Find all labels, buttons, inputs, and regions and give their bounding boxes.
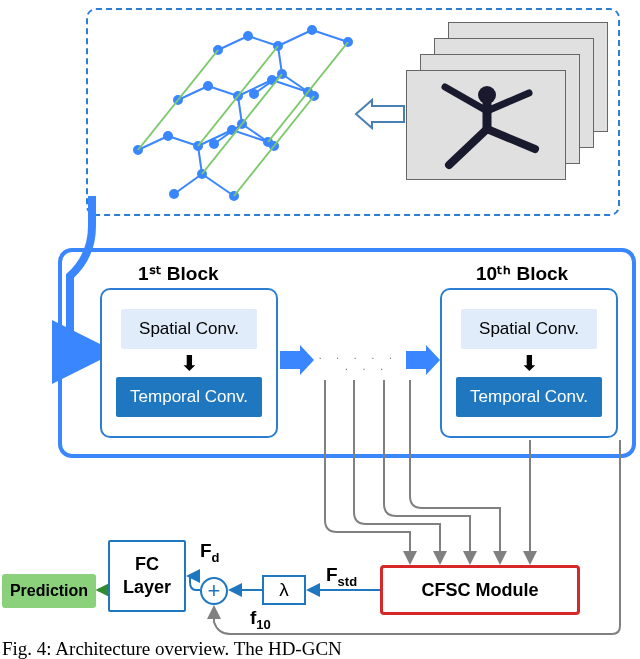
block10-spatial: Spatial Conv. xyxy=(461,309,597,349)
cfsc-module: CFSC Module xyxy=(380,565,580,615)
block1-title: 1ˢᵗ Block xyxy=(138,262,219,285)
svg-point-10 xyxy=(164,132,172,140)
block-10: Spatial Conv. ⬇ Temporal Conv. xyxy=(440,288,618,438)
label-f10: f10 xyxy=(250,607,271,632)
svg-line-17 xyxy=(138,100,178,150)
svg-line-5 xyxy=(232,130,268,142)
svg-point-15 xyxy=(170,190,178,198)
block1-spatial: Spatial Conv. xyxy=(121,309,257,349)
svg-line-21 xyxy=(268,92,308,142)
label-Fd: Fd xyxy=(200,540,220,565)
svg-line-23 xyxy=(202,124,242,174)
label-Fstd: Fstd xyxy=(326,564,357,589)
svg-line-25 xyxy=(234,146,274,196)
svg-line-26 xyxy=(274,96,314,146)
svg-marker-27 xyxy=(280,345,314,375)
svg-line-7 xyxy=(174,174,202,194)
video-frame-1 xyxy=(406,70,566,180)
block-1: Spatial Conv. ⬇ Temporal Conv. xyxy=(100,288,278,438)
down-arrow-icon: ⬇ xyxy=(181,353,198,373)
arrow-block-chain-1 xyxy=(280,345,314,375)
svg-line-19 xyxy=(198,96,238,146)
elementwise-sum: + xyxy=(200,577,228,605)
svg-line-8 xyxy=(202,174,234,196)
svg-marker-28 xyxy=(406,345,440,375)
down-arrow-icon: ⬇ xyxy=(521,353,538,373)
svg-line-20 xyxy=(238,46,278,96)
block1-temporal: Temporal Conv. xyxy=(116,377,262,417)
block10-temporal: Temporal Conv. xyxy=(456,377,602,417)
block10-title: 10ᵗʰ Block xyxy=(476,262,568,285)
lambda-scale: λ xyxy=(262,575,306,605)
skater-silhouette xyxy=(427,81,547,171)
arrow-block-chain-2 xyxy=(406,345,440,375)
figure-caption: Fig. 4: Architecture overview. The HD-GC… xyxy=(0,638,640,659)
svg-line-22 xyxy=(308,42,348,92)
prediction-output: Prediction xyxy=(2,574,96,608)
svg-line-18 xyxy=(178,50,218,100)
svg-line-24 xyxy=(242,74,282,124)
fc-layer: FC Layer xyxy=(108,540,186,612)
skeleton-graph xyxy=(88,10,408,210)
